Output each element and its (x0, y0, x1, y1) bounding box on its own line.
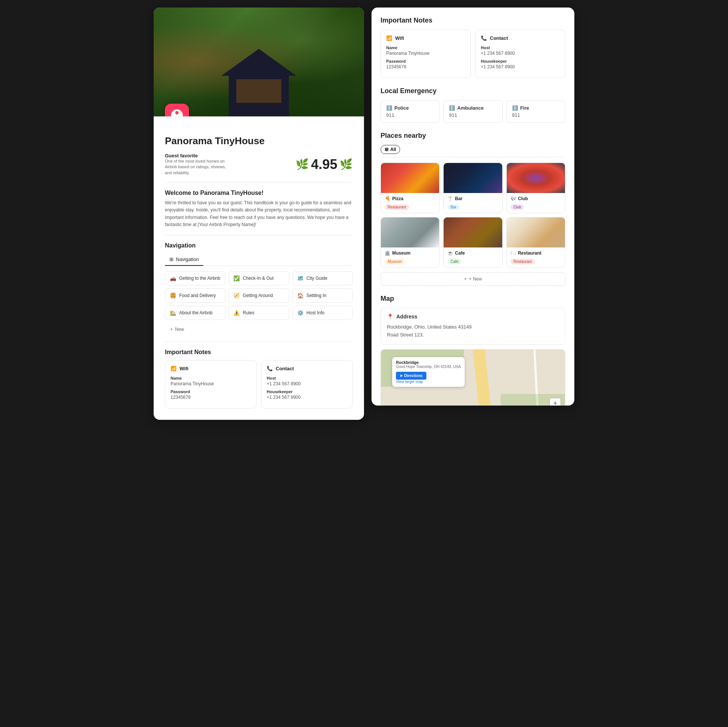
nav-item-food-delivery[interactable]: 🍔 Food and Delivery (165, 289, 225, 303)
address-card: 📍 Address Rockbridge, Ohio, United State… (381, 308, 565, 345)
cafe-info: ☕ Cafe Cafe (444, 247, 502, 267)
place-card-cafe[interactable]: ☕ Cafe Cafe (443, 217, 502, 268)
nav-item-label: Rules (243, 310, 254, 315)
laurel-left: 🌿 (296, 158, 309, 171)
nav-item-city-guide[interactable]: 🗺️ City Guide (292, 271, 353, 286)
important-notes-title-left: Important Notes (165, 349, 353, 356)
housekeeper-field-left: Housekeeper +1 234 567 8900 (267, 389, 347, 400)
pizza-badge: Restaurant (385, 204, 409, 210)
housekeeper-label-right: Housekeeper (481, 59, 560, 63)
fire-card: ℹ️ Fire 911 (506, 100, 565, 123)
ambulance-header: ℹ️ Ambulance (449, 105, 497, 111)
right-panel: Important Notes 📶 Wifi Name Panorama Tin… (372, 8, 574, 406)
ambulance-icon: ℹ️ (449, 105, 455, 111)
rules-icon: ⚠️ (233, 310, 240, 316)
guest-favorite-desc: One of the most loved homes on Airbnb ba… (165, 159, 232, 176)
map-section: Map 📍 Address Rockbridge, Ohio, United S… (381, 295, 565, 406)
place-card-bar[interactable]: 🍸 Bar Bar (443, 163, 502, 213)
map-background: Rockbridge Good Hope Township, OH 43149,… (381, 350, 565, 406)
contact-label: Contact (276, 366, 294, 371)
food-icon: 🍔 (170, 293, 176, 299)
places-tabs: ⊞ All (381, 145, 565, 157)
places-new-button[interactable]: + + New (381, 272, 565, 286)
nav-tab-navigation[interactable]: ⊞ Navigation (165, 254, 203, 266)
club-badge: Club (511, 204, 525, 210)
map-title: Map (381, 295, 565, 303)
nav-item-settling-in[interactable]: 🏠 Settling In (292, 289, 353, 303)
housekeeper-value-right: +1 234 567 8900 (481, 64, 560, 69)
notes-grid-right: 📶 Wifi Name Panorama TinyHouse Password … (381, 30, 565, 78)
cafe-name: Cafe (455, 250, 465, 256)
cafe-icon: ☕ (447, 250, 453, 256)
hero-image (154, 8, 364, 116)
left-content: Panorama TinyHouse Guest favorite One of… (154, 116, 364, 420)
place-card-restaurant[interactable]: 🍽️ Restaurant Restaurant (506, 217, 565, 268)
rating-value: 4.95 (311, 157, 337, 173)
housekeeper-value-left: +1 234 567 8900 (267, 395, 347, 400)
main-road (472, 350, 493, 406)
fire-header: ℹ️ Fire (512, 105, 560, 111)
divider-3 (165, 342, 353, 342)
nav-tab-grid-icon: ⊞ (170, 257, 174, 262)
fire-number: 911 (512, 112, 560, 118)
welcome-text: We're thrilled to have you as our guest.… (165, 199, 353, 228)
nav-tab-row: ⊞ Navigation (165, 254, 353, 266)
restaurant-icon: 🍽️ (511, 250, 516, 256)
airbnb-icon (170, 109, 184, 116)
ambulance-card: ℹ️ Ambulance 911 (443, 100, 502, 123)
nav-item-checkin[interactable]: ✅ Check-In & Out (228, 271, 289, 286)
zoom-in-button[interactable]: + (550, 399, 560, 406)
nav-item-about[interactable]: 🏡 About the Airbnb (165, 305, 225, 320)
fire-label: Fire (520, 105, 529, 111)
nav-new-button[interactable]: + New (165, 324, 353, 335)
host-label-right: Host (481, 46, 560, 50)
phone-icon-right: 📞 (481, 35, 487, 41)
plus-icon-places: + (464, 276, 466, 282)
bar-icon: 🍸 (447, 196, 453, 201)
nav-item-getting-around[interactable]: 🧭 Getting Around (228, 289, 289, 303)
phone-icon: 📞 (267, 366, 273, 371)
museum-name-row: 🏛️ Museum (385, 250, 435, 256)
wifi-name-value: Panorama TinyHouse (171, 381, 251, 386)
wifi-card-left: 📶 Wifi Name Panorama TinyHouse Password … (165, 360, 257, 409)
place-card-club[interactable]: 🎶 Club Club (506, 163, 565, 213)
restaurant-name-row: 🍽️ Restaurant (511, 250, 561, 256)
wifi-name-right: Name Panorama TinyHouse (386, 46, 465, 56)
local-emergency-title: Local Emergency (381, 87, 565, 95)
restaurant-name: Restaurant (518, 250, 542, 256)
contact-header-right: 📞 Contact (481, 35, 560, 41)
wifi-icon-right: 📶 (386, 35, 392, 41)
police-icon: ℹ️ (386, 105, 392, 111)
nav-item-host-info[interactable]: ⚙️ Host Info (292, 305, 353, 320)
museum-info: 🏛️ Museum Museum (381, 247, 439, 267)
directions-button[interactable]: ➤ Directions (396, 372, 426, 380)
plus-icon: + (170, 327, 173, 332)
view-larger-map-link[interactable]: View larger map (396, 380, 461, 384)
welcome-title: Welcome to Panorama TinyHouse! (165, 189, 353, 196)
host-label-left: Host (267, 376, 347, 380)
places-nearby-title: Places nearby (381, 132, 565, 140)
map-container[interactable]: Rockbridge Good Hope Township, OH 43149,… (381, 349, 565, 406)
museum-name: Museum (392, 250, 411, 256)
host-value-left: +1 234 567 8900 (267, 381, 347, 386)
emergency-grid: ℹ️ Police 911 ℹ️ Ambulance 911 ℹ️ Fire 9… (381, 100, 565, 123)
club-image (507, 163, 565, 193)
wifi-pass-label-right: Password (386, 59, 465, 63)
compass-icon: 🧭 (233, 293, 240, 299)
nav-item-rules[interactable]: ⚠️ Rules (228, 305, 289, 320)
contact-card-right: 📞 Contact Host +1 234 567 8900 Housekeep… (475, 30, 565, 78)
location-icon: 📍 (387, 313, 393, 319)
nav-item-label: City Guide (306, 276, 327, 281)
address-label: Address (396, 313, 418, 319)
place-card-pizza[interactable]: 🍕 Pizza Restaurant (381, 163, 439, 213)
wifi-name-field: Name Panorama TinyHouse (171, 376, 251, 386)
nav-item-getting-to-airbnb[interactable]: 🚗 Getting to the Airbnb (165, 271, 225, 286)
ambulance-label: Ambulance (457, 105, 483, 111)
pizza-image (381, 163, 439, 193)
laurel-right: 🌿 (340, 158, 353, 171)
tab-all[interactable]: ⊞ All (381, 145, 400, 154)
wifi-header-right: 📶 Wifi (386, 35, 465, 41)
wifi-password-label: Password (171, 389, 251, 394)
pizza-name-row: 🍕 Pizza (385, 196, 435, 201)
place-card-museum[interactable]: 🏛️ Museum Museum (381, 217, 439, 268)
